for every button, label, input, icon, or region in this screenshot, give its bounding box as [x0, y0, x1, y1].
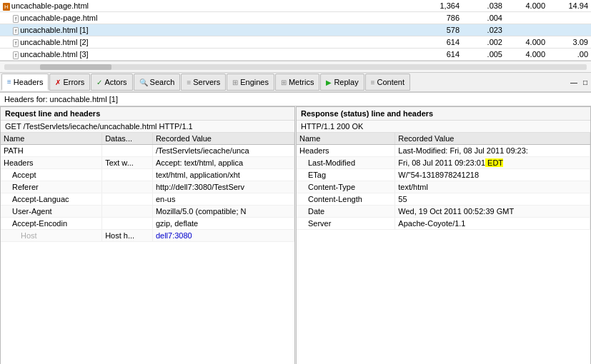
- table-row: HostHost h...dell7:3080: [1, 230, 294, 242]
- table-row: Accept-Languacen-us: [1, 193, 294, 206]
- table-row: Refererhttp://dell7:3080/TestServ: [1, 181, 294, 193]
- right-row-value: W/"54-1318978241218: [395, 169, 590, 181]
- actors-icon: ✓: [96, 79, 102, 86]
- search-icon: 🔍: [139, 79, 148, 86]
- left-row-datasource: [102, 169, 153, 181]
- right-row-value: 55: [395, 193, 590, 206]
- left-subtitle: GET /TestServlets/iecache/uncachable.htm…: [1, 121, 294, 133]
- tab-restore-button[interactable]: □: [581, 78, 590, 87]
- table-row-total: [548, 12, 591, 24]
- tab-servers[interactable]: ≡Servers: [181, 74, 226, 91]
- left-panel-table: NameDatas...Recorded Value PATH/TestServ…: [1, 133, 294, 242]
- table-row: Content-Typetext/html: [297, 181, 590, 193]
- left-row-datasource: [102, 181, 153, 193]
- tab-label-content: Content: [377, 78, 404, 86]
- tab-content[interactable]: ≡Content: [365, 74, 410, 91]
- left-row-datasource: [102, 206, 153, 218]
- scrollbar-track[interactable]: [4, 64, 587, 70]
- left-row-datasource: [102, 218, 153, 230]
- tab-label-replay: Replay: [334, 78, 358, 86]
- table-row-total: [548, 24, 591, 36]
- table-row: Accept-Encodingzip, deflate: [1, 218, 294, 230]
- left-row-value: Mozilla/5.0 (compatible; N: [152, 206, 294, 218]
- table-row-conn: 4.000: [505, 49, 548, 61]
- left-row-name: Headers: [1, 157, 102, 169]
- table-row-time: .038: [462, 0, 505, 12]
- right-row-name: Last-Modified: [297, 157, 395, 169]
- tab-engines[interactable]: ⊞Engines: [227, 74, 274, 91]
- table-row: ETagW/"54-1318978241218: [297, 169, 590, 181]
- table-row: Last-ModifiedFri, 08 Jul 2011 09:23:01 E…: [297, 157, 590, 169]
- table-row-total: 14.94: [548, 0, 591, 12]
- right-panel: Response (status) line and headers HTTP/…: [296, 106, 591, 364]
- left-row-name: Accept: [1, 169, 102, 181]
- right-row-name: Content-Type: [297, 181, 395, 193]
- top-table: Huncachable-page.html1,364.0384.00014.94…: [0, 0, 591, 61]
- right-row-value: Fri, 08 Jul 2011 09:23:01 EDT: [395, 157, 590, 169]
- table-row-time: .023: [462, 24, 505, 36]
- right-row-value: Apache-Coyote/1.1: [395, 218, 590, 230]
- left-row-name: Accept-Encodin: [1, 218, 102, 230]
- table-row-time: .004: [462, 12, 505, 24]
- left-row-name: Host: [1, 230, 102, 242]
- left-row-name: Accept-Languac: [1, 193, 102, 206]
- tab-metrics[interactable]: ⊞Metrics: [275, 74, 319, 91]
- tab-headers[interactable]: ≡Headers: [1, 74, 49, 91]
- table-row-total: .00: [548, 49, 591, 61]
- right-col-header: Recorded Value: [395, 133, 590, 145]
- left-row-name: PATH: [1, 145, 102, 157]
- tab-minimize-button[interactable]: —: [568, 78, 580, 87]
- tab-search[interactable]: 🔍Search: [134, 74, 181, 91]
- right-row-value: Last-Modified: Fri, 08 Jul 2011 09:23:: [395, 145, 590, 157]
- table-row-size: 614: [412, 49, 462, 61]
- left-scroll-area[interactable]: NameDatas...Recorded Value PATH/TestServ…: [1, 133, 294, 364]
- table-row-conn: [505, 12, 548, 24]
- tab-label-search: Search: [150, 78, 175, 86]
- right-row-name: Server: [297, 218, 395, 230]
- table-row: Content-Length55: [297, 193, 590, 206]
- right-subtitle: HTTP/1.1 200 OK: [297, 121, 590, 133]
- tab-label-servers: Servers: [193, 78, 220, 86]
- right-scroll-area[interactable]: NameRecorded Value HeadersLast-Modified:…: [297, 133, 590, 364]
- right-row-value: Wed, 19 Oct 2011 00:52:39 GMT: [395, 206, 590, 218]
- right-row-name: ETag: [297, 169, 395, 181]
- top-scrollbar[interactable]: [0, 61, 591, 73]
- left-row-value: text/html, application/xht: [152, 169, 294, 181]
- table-row-name: Huncachable-page.html: [0, 0, 412, 12]
- table-row: HeadersText w...Accept: text/html, appli…: [1, 157, 294, 169]
- content-icon: ≡: [371, 79, 375, 86]
- tab-replay[interactable]: ▶Replay: [320, 74, 364, 91]
- right-row-name: Headers: [297, 145, 395, 157]
- headers-icon: ≡: [7, 78, 11, 86]
- right-panel-table: NameRecorded Value HeadersLast-Modified:…: [297, 133, 590, 230]
- right-row-name: Content-Length: [297, 193, 395, 206]
- scrollbar-thumb[interactable]: [40, 64, 111, 70]
- table-row-size: 1,364: [412, 0, 462, 12]
- servers-icon: ≡: [187, 79, 191, 86]
- right-row-name: Date: [297, 206, 395, 218]
- tab-label-headers: Headers: [14, 78, 44, 86]
- left-row-value: /TestServlets/iecache/unca: [152, 145, 294, 157]
- tab-label-errors: Errors: [63, 78, 84, 86]
- tab-label-engines: Engines: [240, 78, 269, 86]
- table-row-name: funcachable.html [1]: [0, 24, 412, 36]
- left-row-value: gzip, deflate: [152, 218, 294, 230]
- left-row-name: User-Agent: [1, 206, 102, 218]
- table-row: PATH/TestServlets/iecache/unca: [1, 145, 294, 157]
- tab-actors[interactable]: ✓Actors: [91, 74, 132, 91]
- tab-errors[interactable]: ✗Errors: [49, 74, 90, 91]
- left-col-header: Datas...: [102, 133, 153, 145]
- table-row-size: 614: [412, 36, 462, 49]
- left-row-datasource: Text w...: [102, 157, 153, 169]
- left-row-value: http://dell7:3080/TestServ: [152, 181, 294, 193]
- left-row-value: Accept: text/html, applica: [152, 157, 294, 169]
- right-col-header: Name: [297, 133, 395, 145]
- table-row-size: 578: [412, 24, 462, 36]
- table-row-name: funcachable.html [3]: [0, 49, 412, 61]
- tab-label-actors: Actors: [104, 78, 126, 86]
- table-row-time: .005: [462, 49, 505, 61]
- table-row: DateWed, 19 Oct 2011 00:52:39 GMT: [297, 206, 590, 218]
- table-row: Accepttext/html, application/xht: [1, 169, 294, 181]
- headers-for-label: Headers for: uncachable.html [1]: [0, 93, 591, 106]
- right-row-value: text/html: [395, 181, 590, 193]
